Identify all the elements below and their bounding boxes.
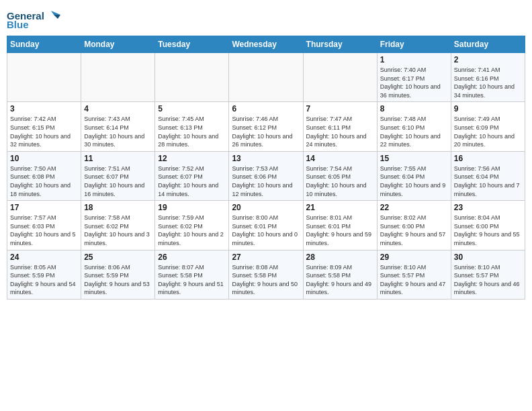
week-row-1: 3Sunrise: 7:42 AM Sunset: 6:15 PM Daylig… <box>7 102 525 151</box>
day-number: 24 <box>10 253 78 262</box>
day-number: 6 <box>232 104 300 113</box>
day-info: Sunrise: 7:53 AM Sunset: 6:06 PM Dayligh… <box>232 165 300 198</box>
day-info: Sunrise: 8:04 AM Sunset: 6:00 PM Dayligh… <box>454 214 522 247</box>
day-cell: 3Sunrise: 7:42 AM Sunset: 6:15 PM Daylig… <box>7 102 81 151</box>
day-info: Sunrise: 7:49 AM Sunset: 6:09 PM Dayligh… <box>454 115 522 148</box>
day-cell: 5Sunrise: 7:45 AM Sunset: 6:13 PM Daylig… <box>155 102 229 151</box>
day-cell: 20Sunrise: 8:00 AM Sunset: 6:01 PM Dayli… <box>229 201 303 250</box>
day-number: 16 <box>454 154 522 163</box>
header-monday: Monday <box>81 36 155 53</box>
day-number: 17 <box>10 203 78 212</box>
day-info: Sunrise: 7:52 AM Sunset: 6:07 PM Dayligh… <box>158 165 226 198</box>
day-number: 29 <box>380 253 448 262</box>
day-number: 13 <box>232 154 300 163</box>
calendar-table: SundayMondayTuesdayWednesdayThursdayFrid… <box>7 36 525 300</box>
day-cell: 8Sunrise: 7:48 AM Sunset: 6:10 PM Daylig… <box>377 102 451 151</box>
day-info: Sunrise: 7:59 AM Sunset: 6:02 PM Dayligh… <box>158 214 226 247</box>
day-info: Sunrise: 7:41 AM Sunset: 6:16 PM Dayligh… <box>454 66 522 99</box>
day-info: Sunrise: 8:00 AM Sunset: 6:01 PM Dayligh… <box>232 214 300 247</box>
day-cell <box>155 53 229 102</box>
header-tuesday: Tuesday <box>155 36 229 53</box>
day-info: Sunrise: 7:46 AM Sunset: 6:12 PM Dayligh… <box>232 115 300 148</box>
day-number: 25 <box>84 253 152 262</box>
header-sunday: Sunday <box>7 36 81 53</box>
day-cell: 18Sunrise: 7:58 AM Sunset: 6:02 PM Dayli… <box>81 201 155 250</box>
day-cell: 21Sunrise: 8:01 AM Sunset: 6:01 PM Dayli… <box>303 201 377 250</box>
calendar-body: 1Sunrise: 7:40 AM Sunset: 6:17 PM Daylig… <box>7 53 525 300</box>
day-number: 28 <box>306 253 374 262</box>
day-info: Sunrise: 8:09 AM Sunset: 5:58 PM Dayligh… <box>306 263 374 297</box>
day-info: Sunrise: 7:57 AM Sunset: 6:03 PM Dayligh… <box>10 214 78 247</box>
day-cell: 11Sunrise: 7:51 AM Sunset: 6:07 PM Dayli… <box>81 151 155 200</box>
day-cell: 30Sunrise: 8:10 AM Sunset: 5:57 PM Dayli… <box>451 250 525 299</box>
day-cell <box>303 53 377 102</box>
day-number: 11 <box>84 154 152 163</box>
day-cell: 10Sunrise: 7:50 AM Sunset: 6:08 PM Dayli… <box>7 151 81 200</box>
day-cell: 4Sunrise: 7:43 AM Sunset: 6:14 PM Daylig… <box>81 102 155 151</box>
day-number: 19 <box>158 203 226 212</box>
svg-marker-1 <box>54 15 60 19</box>
day-number: 9 <box>454 104 522 113</box>
day-cell <box>7 53 81 102</box>
day-info: Sunrise: 8:06 AM Sunset: 5:59 PM Dayligh… <box>84 263 152 297</box>
week-row-2: 10Sunrise: 7:50 AM Sunset: 6:08 PM Dayli… <box>7 151 525 200</box>
header: General Blue <box>7 7 525 30</box>
day-cell <box>229 53 303 102</box>
day-cell: 23Sunrise: 8:04 AM Sunset: 6:00 PM Dayli… <box>451 201 525 250</box>
header-thursday: Thursday <box>303 36 377 53</box>
day-info: Sunrise: 8:01 AM Sunset: 6:01 PM Dayligh… <box>306 214 374 247</box>
day-cell: 16Sunrise: 7:56 AM Sunset: 6:04 PM Dayli… <box>451 151 525 200</box>
day-info: Sunrise: 8:02 AM Sunset: 6:00 PM Dayligh… <box>380 214 448 247</box>
day-number: 27 <box>232 253 300 262</box>
day-cell: 2Sunrise: 7:41 AM Sunset: 6:16 PM Daylig… <box>451 53 525 102</box>
day-info: Sunrise: 7:48 AM Sunset: 6:10 PM Dayligh… <box>380 115 448 148</box>
day-cell: 9Sunrise: 7:49 AM Sunset: 6:09 PM Daylig… <box>451 102 525 151</box>
week-row-4: 24Sunrise: 8:05 AM Sunset: 5:59 PM Dayli… <box>7 250 525 299</box>
day-cell: 22Sunrise: 8:02 AM Sunset: 6:00 PM Dayli… <box>377 201 451 250</box>
day-info: Sunrise: 7:43 AM Sunset: 6:14 PM Dayligh… <box>84 115 152 148</box>
day-cell: 29Sunrise: 8:10 AM Sunset: 5:57 PM Dayli… <box>377 250 451 299</box>
day-info: Sunrise: 8:07 AM Sunset: 5:58 PM Dayligh… <box>158 263 226 297</box>
day-number: 5 <box>158 104 226 113</box>
day-info: Sunrise: 7:51 AM Sunset: 6:07 PM Dayligh… <box>84 165 152 198</box>
logo-blue: Blue <box>7 19 29 30</box>
day-number: 10 <box>10 154 78 163</box>
day-info: Sunrise: 7:47 AM Sunset: 6:11 PM Dayligh… <box>306 115 374 148</box>
header-wednesday: Wednesday <box>229 36 303 53</box>
day-number: 15 <box>380 154 448 163</box>
day-number: 26 <box>158 253 226 262</box>
day-info: Sunrise: 7:45 AM Sunset: 6:13 PM Dayligh… <box>158 115 226 148</box>
logo: General Blue <box>7 9 60 30</box>
day-cell: 27Sunrise: 8:08 AM Sunset: 5:58 PM Dayli… <box>229 250 303 299</box>
logo-bird-icon <box>46 9 60 21</box>
day-info: Sunrise: 8:10 AM Sunset: 5:57 PM Dayligh… <box>380 263 448 297</box>
day-number: 7 <box>306 104 374 113</box>
day-number: 14 <box>306 154 374 163</box>
day-cell: 14Sunrise: 7:54 AM Sunset: 6:05 PM Dayli… <box>303 151 377 200</box>
day-info: Sunrise: 7:40 AM Sunset: 6:17 PM Dayligh… <box>380 66 448 99</box>
day-cell <box>81 53 155 102</box>
header-row: SundayMondayTuesdayWednesdayThursdayFrid… <box>7 36 525 53</box>
day-number: 1 <box>380 55 448 64</box>
day-cell: 19Sunrise: 7:59 AM Sunset: 6:02 PM Dayli… <box>155 201 229 250</box>
day-cell: 13Sunrise: 7:53 AM Sunset: 6:06 PM Dayli… <box>229 151 303 200</box>
day-number: 18 <box>84 203 152 212</box>
day-info: Sunrise: 8:05 AM Sunset: 5:59 PM Dayligh… <box>10 263 78 297</box>
day-number: 20 <box>232 203 300 212</box>
day-number: 22 <box>380 203 448 212</box>
svg-marker-0 <box>51 11 60 15</box>
day-number: 8 <box>380 104 448 113</box>
day-number: 3 <box>10 104 78 113</box>
day-info: Sunrise: 8:10 AM Sunset: 5:57 PM Dayligh… <box>454 263 522 297</box>
day-cell: 7Sunrise: 7:47 AM Sunset: 6:11 PM Daylig… <box>303 102 377 151</box>
day-info: Sunrise: 7:50 AM Sunset: 6:08 PM Dayligh… <box>10 165 78 198</box>
day-number: 2 <box>454 55 522 64</box>
header-saturday: Saturday <box>451 36 525 53</box>
day-info: Sunrise: 7:55 AM Sunset: 6:04 PM Dayligh… <box>380 165 448 198</box>
day-number: 23 <box>454 203 522 212</box>
day-cell: 25Sunrise: 8:06 AM Sunset: 5:59 PM Dayli… <box>81 250 155 299</box>
day-number: 12 <box>158 154 226 163</box>
day-cell: 28Sunrise: 8:09 AM Sunset: 5:58 PM Dayli… <box>303 250 377 299</box>
day-cell: 24Sunrise: 8:05 AM Sunset: 5:59 PM Dayli… <box>7 250 81 299</box>
day-cell: 17Sunrise: 7:57 AM Sunset: 6:03 PM Dayli… <box>7 201 81 250</box>
